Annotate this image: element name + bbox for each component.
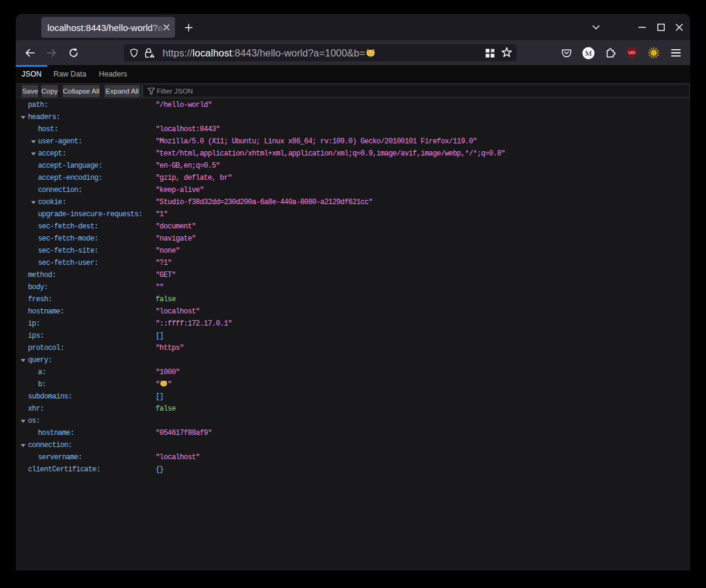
svg-text:M: M [584, 49, 592, 58]
svg-text:UO: UO [628, 50, 635, 55]
